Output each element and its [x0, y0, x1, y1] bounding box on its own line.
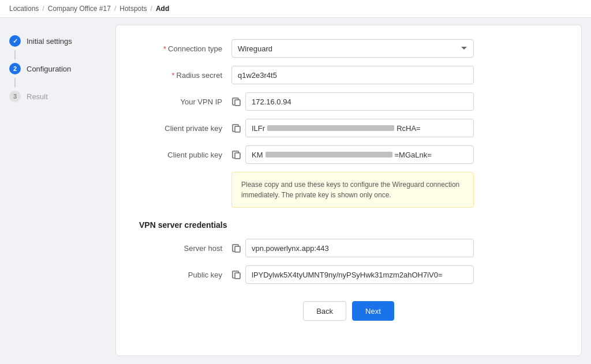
vpn-ip-row: Your VPN IP [139, 92, 558, 111]
content-area: *Connection type Wireguard OpenVPN L2TP … [115, 25, 582, 356]
vpn-ip-input[interactable] [245, 92, 474, 111]
client-private-key-row: Client private key ILFrRcHA= [139, 119, 558, 137]
steps-sidebar: ✓ Initial settings 2 Configuration 3 Res… [0, 18, 115, 363]
vpn-section-title: VPN server credentials [139, 220, 558, 230]
step-1-icon: ✓ [9, 35, 21, 47]
info-box: Please copy and use these keys to config… [231, 172, 474, 208]
client-private-key-field[interactable]: ILFrRcHA= [245, 119, 474, 137]
server-host-wrapper [231, 239, 474, 257]
breadcrumb-sep-2: / [114, 5, 116, 13]
connection-type-select[interactable]: Wireguard OpenVPN L2TP [231, 39, 474, 58]
vpn-ip-wrapper [231, 92, 474, 111]
client-public-key-suffix: =MGaLnk= [395, 151, 432, 159]
svg-rect-3 [235, 246, 240, 252]
required-star-2: * [171, 71, 174, 80]
breadcrumb: Locations / Company Office #17 / Hotspot… [0, 0, 591, 18]
server-host-label: Server host [139, 244, 231, 253]
client-private-key-prefix: ILFr [252, 124, 265, 133]
breadcrumb-sep-1: / [42, 5, 44, 13]
step-2: 2 Configuration [9, 59, 106, 78]
client-private-key-copy-icon[interactable] [231, 123, 242, 133]
vpn-ip-label: Your VPN IP [139, 97, 231, 106]
back-button[interactable]: Back [303, 301, 346, 321]
step-2-icon: 2 [9, 63, 21, 74]
breadcrumb-sep-3: / [151, 5, 152, 13]
step-2-label: Configuration [27, 65, 71, 73]
public-key-copy-icon[interactable] [231, 269, 242, 280]
step-3: 3 Result [9, 87, 106, 106]
svg-rect-4 [235, 273, 240, 279]
client-public-key-label: Client public key [139, 151, 231, 159]
step-connector-2 [9, 78, 21, 87]
info-message: Please copy and use these keys to config… [241, 181, 459, 199]
required-star-1: * [163, 44, 166, 53]
connection-type-label: *Connection type [139, 44, 231, 53]
public-key-label: Public key [139, 271, 231, 279]
client-private-key-suffix: RcHA= [397, 124, 421, 133]
radius-secret-wrapper [231, 66, 474, 84]
server-host-input[interactable] [245, 239, 474, 257]
server-host-row: Server host [139, 239, 558, 257]
public-key-row: Public key [139, 265, 558, 284]
radius-secret-input[interactable] [231, 66, 474, 84]
breadcrumb-add: Add [156, 5, 169, 13]
client-public-key-mask [265, 152, 392, 157]
step-1: ✓ Initial settings [9, 32, 106, 50]
main-container: ✓ Initial settings 2 Configuration 3 Res… [0, 18, 591, 363]
public-key-input[interactable] [245, 265, 474, 284]
server-host-copy-icon[interactable] [231, 243, 242, 253]
footer-actions: Back Next [139, 292, 558, 321]
vpn-credentials-section: VPN server credentials Server host Publi [139, 220, 558, 284]
breadcrumb-locations[interactable]: Locations [9, 5, 39, 13]
connection-type-row: *Connection type Wireguard OpenVPN L2TP [139, 39, 558, 58]
vpn-ip-copy-icon[interactable] [231, 96, 242, 107]
connection-type-wrapper: Wireguard OpenVPN L2TP [231, 39, 474, 58]
svg-rect-2 [235, 153, 240, 159]
breadcrumb-company-office[interactable]: Company Office #17 [48, 5, 111, 13]
svg-rect-0 [235, 100, 240, 106]
step-3-icon: 3 [9, 91, 21, 102]
public-key-wrapper [231, 265, 474, 284]
client-public-key-wrapper: KM=MGaLnk= [231, 145, 474, 164]
client-public-key-copy-icon[interactable] [231, 149, 242, 160]
step-connector-1 [9, 50, 21, 59]
radius-secret-label: *Radius secret [139, 71, 231, 80]
client-private-key-label: Client private key [139, 124, 231, 133]
step-1-label: Initial settings [27, 37, 72, 46]
radius-secret-row: *Radius secret [139, 66, 558, 84]
client-private-key-mask [267, 125, 394, 131]
client-private-key-wrapper: ILFrRcHA= [231, 119, 474, 137]
svg-rect-1 [235, 126, 240, 132]
client-public-key-prefix: KM [252, 151, 263, 159]
client-public-key-field[interactable]: KM=MGaLnk= [245, 145, 474, 164]
next-button[interactable]: Next [352, 301, 394, 321]
client-public-key-row: Client public key KM=MGaLnk= [139, 145, 558, 164]
step-3-label: Result [27, 92, 48, 101]
breadcrumb-hotspots[interactable]: Hotspots [119, 5, 147, 13]
